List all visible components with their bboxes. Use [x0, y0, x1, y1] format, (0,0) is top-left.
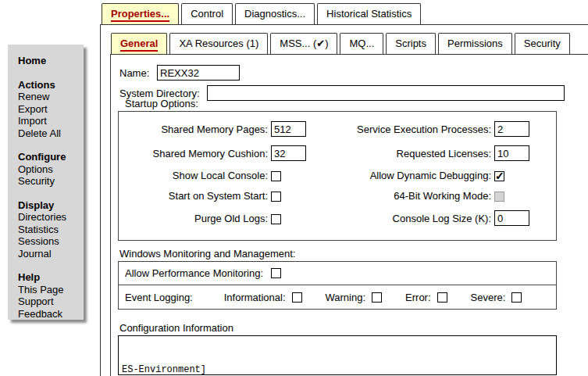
sidebar-item-export[interactable]: Export: [18, 103, 80, 116]
purge-old-logs-label: Purge Old Logs:: [125, 213, 271, 224]
console-log-size-input[interactable]: [494, 210, 529, 226]
sidebar-item-journal[interactable]: Journal: [18, 248, 80, 260]
allow-performance-monitoring-checkbox[interactable]: [271, 268, 281, 278]
64-bit-working-mode-label: 64-Bit Working Mode:: [347, 190, 494, 202]
tab-diagnostics-label: Diagnostics...: [244, 8, 305, 20]
tab-xa-resources-label: XA Resources (1): [179, 38, 258, 49]
tab-control[interactable]: Control: [181, 3, 233, 24]
tab-historical-statistics[interactable]: Historical Statistics: [317, 3, 421, 24]
windows-monitoring-group: Allow Performance Monitoring: Event Logg…: [118, 261, 557, 310]
shared-memory-cushion-input[interactable]: [271, 145, 306, 161]
tab-permissions-label: Permissions: [447, 38, 503, 49]
start-on-system-start-checkbox[interactable]: [271, 192, 281, 202]
requested-licenses-label: Requested Licenses:: [347, 148, 494, 159]
sidebar-item-feedback[interactable]: Feedback: [18, 308, 80, 320]
event-logging-row: Event Logging: Informational: Warning: E…: [119, 285, 556, 310]
shared-memory-cushion-label: Shared Memory Cushion:: [125, 148, 271, 159]
general-tab-pane: Name: System Directory: Startup Options:…: [110, 54, 588, 376]
event-logging-label: Event Logging:: [125, 292, 193, 303]
sidebar-item-home[interactable]: Home: [18, 55, 80, 67]
tab-mss[interactable]: MSS... (✔): [270, 33, 337, 54]
configuration-information-label: Configuration Information: [119, 322, 233, 334]
allow-dynamic-debugging-label: Allow Dynamic Debugging:: [347, 170, 494, 181]
sidebar-heading-display: Display: [18, 199, 80, 212]
event-level-informational-checkbox[interactable]: [292, 292, 302, 303]
start-on-system-start-label: Start on System Start:: [125, 190, 271, 202]
service-execution-processes-label: Service Execution Processes:: [347, 124, 494, 135]
primary-tab-bar: Properties... Control Diagnostics... His…: [102, 3, 421, 24]
tab-mq-label: MQ...: [349, 38, 374, 49]
name-input[interactable]: [157, 65, 240, 81]
event-level-severe-checkbox[interactable]: [511, 292, 522, 303]
tab-control-label: Control: [191, 8, 223, 20]
sidebar-item-support[interactable]: Support: [18, 295, 80, 308]
name-row: Name:: [119, 65, 240, 81]
configuration-information-textarea[interactable]: ES-Environment] MFTRACE_CONFIG=C:\Users\…: [118, 335, 557, 375]
event-level-error-label: Error:: [405, 292, 431, 303]
sidebar-heading-configure: Configure: [18, 151, 80, 163]
properties-pane: General XA Resources (1) MSS... (✔) MQ..…: [100, 24, 588, 376]
tab-mss-label: MSS... (✔): [280, 38, 328, 49]
event-level-informational-label: Informational:: [224, 292, 286, 303]
sidebar: Home Actions Renew Export Import Delete …: [8, 45, 84, 320]
sidebar-item-this-page[interactable]: This Page: [18, 284, 80, 296]
name-label: Name:: [119, 67, 157, 79]
event-level-severe-label: Severe:: [471, 292, 506, 303]
startup-options-label: Startup Options:: [125, 98, 198, 109]
sidebar-item-delete-all[interactable]: Delete All: [18, 127, 80, 140]
tab-mq[interactable]: MQ...: [340, 33, 383, 54]
service-execution-processes-input[interactable]: [494, 121, 529, 137]
tab-permissions[interactable]: Permissions: [438, 33, 512, 54]
show-local-console-checkbox[interactable]: [271, 171, 281, 181]
console-log-size-label: Console Log Size (K):: [347, 213, 494, 224]
sidebar-item-directories[interactable]: Directories: [18, 211, 80, 224]
allow-performance-monitoring-label: Allow Performance Monitoring:: [125, 267, 263, 279]
shared-memory-pages-label: Shared Memory Pages:: [125, 124, 271, 135]
requested-licenses-input[interactable]: [494, 145, 529, 161]
sidebar-item-statistics[interactable]: Statistics: [18, 224, 80, 236]
performance-monitoring-row: Allow Performance Monitoring:: [119, 262, 556, 285]
tab-properties[interactable]: Properties...: [102, 3, 179, 24]
allow-dynamic-debugging-checkbox[interactable]: [494, 171, 504, 181]
64-bit-working-mode-checkbox: [494, 192, 504, 202]
event-level-warning-checkbox[interactable]: [372, 292, 382, 303]
tab-scripts-label: Scripts: [395, 38, 426, 49]
tab-properties-label: Properties...: [111, 8, 169, 22]
event-level-warning-label: Warning:: [326, 292, 366, 303]
system-directory-input[interactable]: [207, 85, 565, 101]
show-local-console-label: Show Local Console:: [125, 170, 271, 181]
tab-security[interactable]: Security: [515, 33, 570, 54]
tab-general[interactable]: General: [111, 33, 167, 54]
sidebar-item-options[interactable]: Options: [18, 163, 80, 176]
sidebar-item-security[interactable]: Security: [18, 175, 80, 188]
tab-security-label: Security: [524, 38, 561, 49]
event-level-error-checkbox[interactable]: [437, 292, 447, 303]
tab-xa-resources[interactable]: XA Resources (1): [169, 33, 268, 54]
configuration-line-1: ES-Environment]: [122, 363, 553, 375]
tab-scripts[interactable]: Scripts: [386, 33, 436, 54]
startup-options-group: Shared Memory Pages: Service Execution P…: [118, 111, 557, 241]
sidebar-item-renew[interactable]: Renew: [18, 91, 80, 103]
secondary-tab-bar: General XA Resources (1) MSS... (✔) MQ..…: [111, 33, 570, 54]
windows-monitoring-label: Windows Monitoring and Management:: [119, 248, 295, 260]
shared-memory-pages-input[interactable]: [271, 121, 306, 137]
tab-diagnostics[interactable]: Diagnostics...: [235, 3, 315, 24]
sidebar-item-import[interactable]: Import: [18, 115, 80, 127]
tab-historical-statistics-label: Historical Statistics: [326, 8, 412, 20]
sidebar-item-sessions[interactable]: Sessions: [18, 235, 80, 248]
sidebar-heading-actions: Actions: [18, 79, 80, 91]
tab-general-label: General: [120, 38, 158, 52]
sidebar-heading-help: Help: [18, 271, 80, 284]
purge-old-logs-checkbox[interactable]: [271, 214, 281, 224]
